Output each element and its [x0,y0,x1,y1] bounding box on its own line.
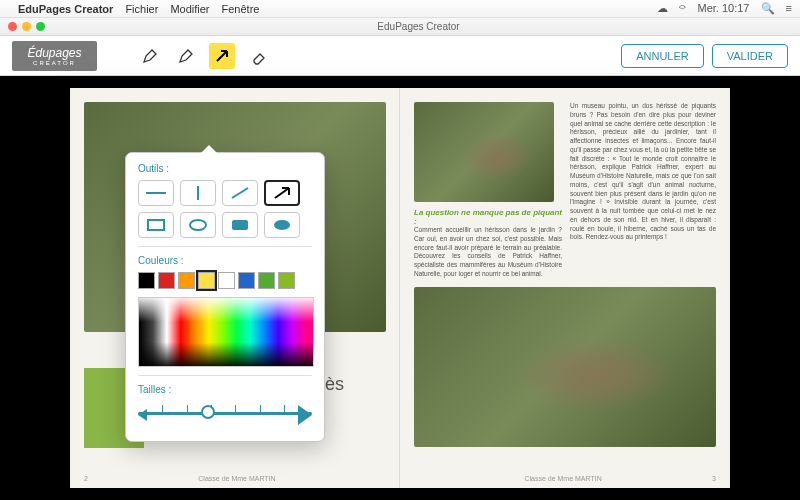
svg-point-4 [190,220,206,230]
color-swatch[interactable] [198,272,215,289]
spotlight-icon[interactable]: 🔍 [761,2,775,14]
slider-thumb[interactable] [201,405,215,419]
color-swatch[interactable] [178,272,195,289]
clock: Mer. 10:17 [697,2,749,14]
shape-ellipse-fill[interactable] [264,212,300,238]
hedgehogs-mushroom-photo [414,287,716,447]
macos-menubar: EduPages Creator Fichier Modifier Fenêtr… [0,0,800,18]
menu-fichier[interactable]: Fichier [125,3,158,15]
svg-point-6 [274,220,290,230]
cloud-icon: ☁ [657,2,668,14]
page-footer-left: 2 Classe de Mme MARTIN [84,475,386,482]
eraser-tool[interactable] [245,43,271,69]
close-window-icon[interactable] [8,22,17,31]
article-body-1: Comment accueillir un hérisson dans le j… [414,226,562,279]
shape-arrow[interactable] [264,180,300,206]
page-footer-right: 3 Classe de Mme MARTIN [414,475,716,482]
shape-diag[interactable] [222,180,258,206]
tool-options-popover: Outils : Couleurs : Tailles : [125,152,325,442]
menu-icon[interactable]: ≡ [786,2,792,14]
pencil-outline-tool[interactable] [173,43,199,69]
shape-rect-fill[interactable] [222,212,258,238]
arrow-tool[interactable] [209,43,235,69]
shape-hline[interactable] [138,180,174,206]
menu-fenetre[interactable]: Fenêtre [222,3,260,15]
editor-canvas[interactable]: e hérisson peut être très mignon ! 2 Cla… [0,76,800,500]
page-number: 3 [712,475,716,482]
window-titlebar: EduPages Creator [0,18,800,36]
hedgehog-photo-small [414,102,554,202]
svg-rect-5 [232,220,248,230]
minimize-window-icon[interactable] [22,22,31,31]
shape-vline[interactable] [180,180,216,206]
menu-modifier[interactable]: Modifier [170,3,209,15]
color-swatch[interactable] [158,272,175,289]
wifi-icon: ⌔ [679,2,686,14]
confirm-button[interactable]: VALIDER [712,44,788,68]
footer-text: Classe de Mme MARTIN [198,475,275,482]
page-number: 2 [84,475,88,482]
size-slider[interactable] [138,401,312,425]
tools-section-label: Outils : [138,163,312,174]
page-right[interactable]: La question ne manque pas de piquant : C… [400,88,730,488]
window-title: EduPages Creator [45,21,792,32]
cancel-button[interactable]: ANNULER [621,44,704,68]
color-swatch[interactable] [218,272,235,289]
color-swatch-row [138,272,312,289]
color-palette[interactable] [138,297,314,367]
pencil-tool[interactable] [137,43,163,69]
sizes-section-label: Tailles : [138,384,312,395]
menubar-app[interactable]: EduPages Creator [18,3,113,15]
app-logo: Édupages CREATOR [12,41,97,71]
colors-section-label: Couleurs : [138,255,312,266]
color-swatch[interactable] [238,272,255,289]
footer-text: Classe de Mme MARTIN [524,475,601,482]
article-body-2: Un museau pointu, un dos hérissé de piqu… [570,102,716,242]
svg-line-2 [232,188,248,198]
shape-ellipse[interactable] [180,212,216,238]
menubar-status: ☁ ⌔ Mer. 10:17 🔍 ≡ [649,2,792,15]
app-toolbar: Édupages CREATOR ANNULER VALIDER [0,36,800,76]
color-swatch[interactable] [278,272,295,289]
zoom-window-icon[interactable] [36,22,45,31]
svg-rect-3 [148,220,164,230]
color-swatch[interactable] [258,272,275,289]
shape-rect[interactable] [138,212,174,238]
color-swatch[interactable] [138,272,155,289]
